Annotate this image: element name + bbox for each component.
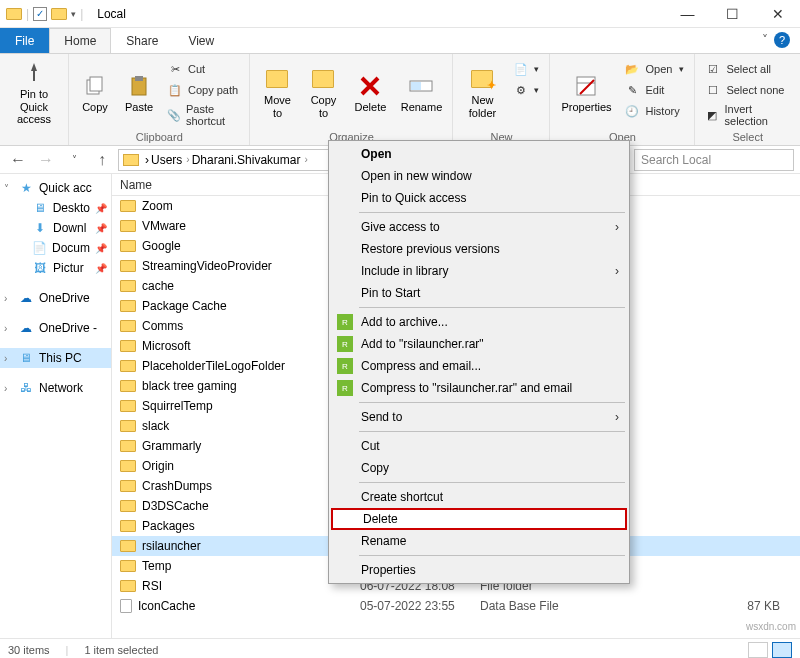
nav-onedrive-personal[interactable]: ›☁OneDrive -	[0, 318, 111, 338]
chevron-right-icon[interactable]: ›	[304, 154, 307, 165]
nav-pictures[interactable]: 🖼Pictur📌	[0, 258, 111, 278]
folder-icon	[120, 360, 136, 372]
edit-button[interactable]: ✎Edit	[620, 81, 688, 99]
details-view-button[interactable]	[748, 642, 768, 658]
delete-button[interactable]: Delete	[348, 58, 392, 128]
tab-view[interactable]: View	[173, 28, 229, 53]
ctx-open[interactable]: Open	[331, 143, 627, 165]
ctx-rename[interactable]: Rename	[331, 530, 627, 552]
folder-icon	[120, 540, 136, 552]
folder-icon	[120, 220, 136, 232]
network-icon: 🖧	[18, 381, 34, 395]
copy-icon	[81, 73, 109, 99]
folder-icon	[120, 440, 136, 452]
ribbon-collapse[interactable]: ˅	[762, 33, 768, 47]
select-all-button[interactable]: ☑Select all	[701, 60, 794, 78]
properties-button[interactable]: Properties	[556, 58, 616, 128]
cut-button[interactable]: ✂Cut	[163, 60, 243, 78]
ctx-compress-rar-email[interactable]: RCompress to "rsilauncher.rar" and email	[331, 377, 627, 399]
tab-home[interactable]: Home	[49, 28, 111, 53]
forward-button[interactable]: →	[34, 148, 58, 172]
ribbon: Pin to Quick access Copy Paste ✂Cut 📋Cop…	[0, 54, 800, 146]
help-button[interactable]: ?	[774, 32, 790, 48]
nav-network[interactable]: ›🖧Network	[0, 378, 111, 398]
ctx-pin-quick-access[interactable]: Pin to Quick access	[331, 187, 627, 209]
ctx-cut[interactable]: Cut	[331, 435, 627, 457]
file-name: IconCache	[138, 599, 195, 613]
invert-selection-button[interactable]: ◩Invert selection	[701, 102, 794, 128]
paste-shortcut-button[interactable]: 📎Paste shortcut	[163, 102, 243, 128]
up-button[interactable]: ↑	[90, 148, 114, 172]
properties-icon	[572, 73, 600, 99]
qat-checkbox-icon[interactable]: ✓	[33, 7, 47, 21]
ctx-give-access[interactable]: Give access to›	[331, 216, 627, 238]
pin-to-quick-access-button[interactable]: Pin to Quick access	[6, 58, 62, 128]
easy-access-button[interactable]: ⚙▾	[509, 81, 543, 99]
chevron-right-icon[interactable]: ›	[145, 153, 149, 167]
cloud-icon: ☁	[18, 321, 34, 335]
table-row[interactable]: IconCache05-07-2022 23:55Data Base File8…	[112, 596, 800, 616]
folder-icon	[120, 300, 136, 312]
nav-downloads[interactable]: ⬇Downl📌	[0, 218, 111, 238]
desktop-icon: 🖥	[32, 201, 48, 215]
quick-access-toolbar: | ✓ ▾ |	[0, 7, 89, 21]
qat-separator: |	[26, 7, 29, 21]
file-name: Zoom	[142, 199, 173, 213]
ctx-send-to[interactable]: Send to›	[331, 406, 627, 428]
open-button[interactable]: 📂Open▾	[620, 60, 688, 78]
nav-quick-access[interactable]: ˅★Quick acc	[0, 178, 111, 198]
ctx-create-shortcut[interactable]: Create shortcut	[331, 486, 627, 508]
col-size[interactable]: Size	[600, 178, 800, 192]
file-name: SquirrelTemp	[142, 399, 213, 413]
group-label: Select	[732, 131, 763, 143]
ctx-add-rar[interactable]: RAdd to "rsilauncher.rar"	[331, 333, 627, 355]
nav-documents[interactable]: 📄Docum📌	[0, 238, 111, 258]
search-input[interactable]: Search Local	[634, 149, 794, 171]
nav-desktop[interactable]: 🖥Deskto📌	[0, 198, 111, 218]
copy-to-button[interactable]: Copy to	[302, 58, 344, 128]
ctx-open-new-window[interactable]: Open in new window	[331, 165, 627, 187]
ctx-pin-start[interactable]: Pin to Start	[331, 282, 627, 304]
ctx-properties[interactable]: Properties	[331, 559, 627, 581]
ctx-compress-email[interactable]: RCompress and email...	[331, 355, 627, 377]
move-icon	[263, 66, 291, 92]
paste-button[interactable]: Paste	[119, 58, 159, 128]
nav-this-pc[interactable]: ›🖥This PC	[0, 348, 111, 368]
picture-icon: 🖼	[32, 261, 48, 275]
new-item-button[interactable]: 📄▾	[509, 60, 543, 78]
ctx-delete[interactable]: Delete	[331, 508, 627, 530]
copyto-icon	[309, 66, 337, 92]
history-button[interactable]: 🕘History	[620, 102, 688, 120]
move-to-button[interactable]: Move to	[256, 58, 298, 128]
copy-path-button[interactable]: 📋Copy path	[163, 81, 243, 99]
select-none-icon: ☐	[705, 82, 721, 98]
nav-onedrive[interactable]: ›☁OneDrive	[0, 288, 111, 308]
folder-icon	[120, 400, 136, 412]
maximize-button[interactable]: ☐	[710, 0, 755, 28]
recent-locations-button[interactable]: ˅	[62, 148, 86, 172]
close-button[interactable]: ✕	[755, 0, 800, 28]
minimize-button[interactable]: —	[665, 0, 710, 28]
rename-button[interactable]: Rename	[396, 58, 446, 128]
large-icons-view-button[interactable]	[772, 642, 792, 658]
ctx-copy[interactable]: Copy	[331, 457, 627, 479]
ctx-include-library[interactable]: Include in library›	[331, 260, 627, 282]
folder-icon	[120, 500, 136, 512]
file-name: Temp	[142, 559, 171, 573]
ctx-restore-versions[interactable]: Restore previous versions	[331, 238, 627, 260]
file-name: Grammarly	[142, 439, 201, 453]
qat-dropdown[interactable]: ▾	[71, 9, 76, 19]
chevron-right-icon[interactable]: ›	[186, 154, 189, 165]
select-none-button[interactable]: ☐Select none	[701, 81, 794, 99]
file-name: D3DSCache	[142, 499, 209, 513]
pc-icon: 🖥	[18, 351, 34, 365]
tab-file[interactable]: File	[0, 28, 49, 53]
edit-icon: ✎	[624, 82, 640, 98]
tab-share[interactable]: Share	[111, 28, 173, 53]
ctx-add-archive[interactable]: RAdd to archive...	[331, 311, 627, 333]
copy-button[interactable]: Copy	[75, 58, 115, 128]
new-folder-button[interactable]: ✦ New folder	[459, 58, 505, 128]
back-button[interactable]: ←	[6, 148, 30, 172]
col-name[interactable]: Name	[120, 178, 360, 192]
chevron-right-icon: ›	[615, 410, 619, 424]
